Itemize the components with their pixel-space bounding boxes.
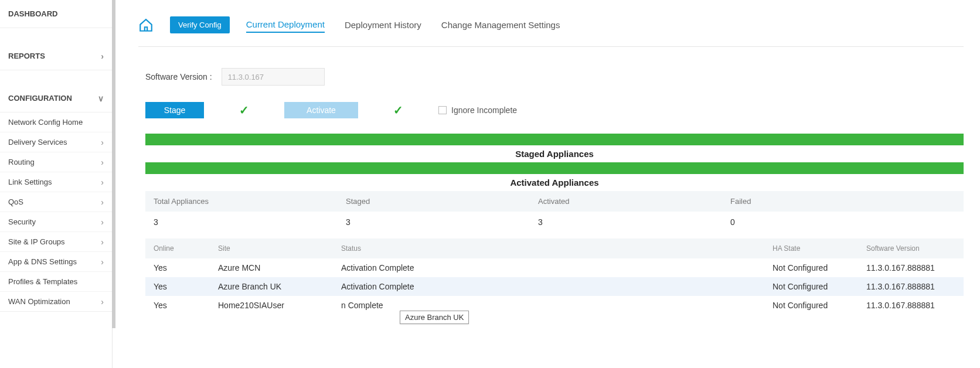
appliance-groups: Staged Appliances Activated Appliances T… [145, 134, 964, 315]
sidebar-item-label: App & DNS Settings [8, 257, 77, 266]
sidebar-item[interactable]: WAN Optimization› [0, 292, 112, 312]
table-cell: Home210SIAUser [210, 296, 333, 315]
sidebar-item-label: Link Settings [8, 178, 52, 186]
staged-progress-bar [145, 134, 964, 145]
ignore-incomplete-label: Ignore Incomplete [451, 105, 517, 115]
sidebar-item-label: Network Config Home [8, 118, 83, 127]
table-cell: Activation Complete [333, 258, 764, 277]
sidebar-heading-label: DASHBOARD [8, 9, 58, 18]
sidebar-item-label: Routing [8, 158, 35, 166]
sidebar-item[interactable]: Network Config Home [0, 113, 112, 132]
table-row[interactable]: YesAzure Branch UKActivation CompleteNot… [145, 277, 964, 296]
sidebar-item-label: Site & IP Groups [8, 237, 65, 246]
activated-appliances-title: Activated Appliances [145, 174, 964, 191]
sidebar-heading-label: REPORTS [8, 52, 45, 60]
sidebar-item-label: Profiles & Templates [8, 277, 77, 286]
software-version-input[interactable] [222, 68, 325, 86]
sidebar-item[interactable]: Profiles & Templates [0, 272, 112, 292]
table-cell: 11.3.0.167.888881 [858, 277, 964, 296]
tooltip: Azure Branch UK [400, 311, 469, 324]
sites-header-row: Online Site Status HA State Software Ver… [145, 238, 964, 258]
summary-value: 3 [338, 212, 530, 233]
table-cell: n Complete [333, 296, 764, 315]
summary-header: Failed [722, 191, 964, 212]
sites-header: Site [210, 238, 333, 258]
chevron-right-icon: › [101, 178, 104, 187]
sidebar-item-label: QoS [8, 197, 23, 206]
software-version-row: Software Version : [145, 68, 964, 86]
sidebar-item[interactable]: Link Settings› [0, 172, 112, 192]
table-row[interactable]: YesHome210SIAUsern CompleteNot Configure… [145, 296, 964, 315]
table-cell: 11.3.0.167.888881 [858, 296, 964, 315]
summary-header-row: Total Appliances Staged Activated Failed [145, 191, 964, 212]
table-cell: Not Configured [764, 277, 858, 296]
activated-progress-bar [145, 162, 964, 174]
chevron-right-icon: › [101, 237, 104, 247]
table-cell: Not Configured [764, 296, 858, 315]
sidebar-item[interactable]: Site & IP Groups› [0, 232, 112, 252]
table-cell: Azure Branch UK [210, 277, 333, 296]
summary-header: Activated [530, 191, 722, 212]
activate-button[interactable]: Activate [284, 102, 358, 118]
sidebar-item[interactable]: Routing› [0, 152, 112, 172]
sidebar-item-label: Delivery Services [8, 138, 67, 146]
sidebar-heading-label: CONFIGURATION [8, 94, 72, 103]
sidebar: DASHBOARD REPORTS › CONFIGURATION ∨ Netw… [0, 0, 113, 368]
action-row: Stage ✓ Activate ✓ Ignore Incomplete [145, 102, 964, 118]
sites-header: Software Version [858, 238, 964, 258]
home-icon[interactable] [138, 18, 154, 33]
summary-value: 3 [145, 212, 338, 233]
table-row[interactable]: YesAzure MCNActivation CompleteNot Confi… [145, 258, 964, 277]
tab-deployment-history[interactable]: Deployment History [345, 20, 421, 30]
chevron-right-icon: › [101, 217, 104, 227]
software-version-label: Software Version : [145, 72, 212, 81]
summary-header: Total Appliances [145, 191, 338, 212]
summary-values-row: 3 3 3 0 [145, 212, 964, 233]
sidebar-item[interactable]: App & DNS Settings› [0, 252, 112, 272]
sidebar-heading-dashboard[interactable]: DASHBOARD [0, 0, 112, 28]
chevron-right-icon: › [101, 158, 104, 167]
summary-value: 3 [530, 212, 722, 233]
stage-button[interactable]: Stage [145, 102, 204, 118]
table-cell: Yes [145, 258, 210, 277]
table-cell: Activation Complete [333, 277, 764, 296]
sidebar-item[interactable]: QoS› [0, 192, 112, 212]
chevron-right-icon: › [101, 297, 104, 306]
chevron-down-icon: ∨ [98, 94, 104, 103]
chevron-right-icon: › [101, 257, 104, 267]
sidebar-heading-configuration[interactable]: CONFIGURATION ∨ [0, 84, 112, 113]
chevron-right-icon: › [101, 197, 104, 207]
tooltip-text: Azure Branch UK [405, 313, 464, 322]
staged-appliances-title: Staged Appliances [145, 145, 964, 162]
ignore-incomplete-checkbox[interactable]: Ignore Incomplete [438, 105, 517, 115]
main: Verify Config Current Deployment Deploym… [113, 0, 980, 368]
tab-current-deployment[interactable]: Current Deployment [246, 19, 325, 33]
sidebar-item[interactable]: Security› [0, 212, 112, 232]
sites-header: HA State [764, 238, 858, 258]
checkbox-icon [438, 106, 447, 114]
table-cell: Azure MCN [210, 258, 333, 277]
top-tabs: Verify Config Current Deployment Deploym… [138, 16, 964, 47]
chevron-right-icon: › [101, 52, 104, 61]
summary-header: Staged [338, 191, 530, 212]
table-cell: Yes [145, 296, 210, 315]
tab-change-management-settings[interactable]: Change Management Settings [441, 20, 560, 30]
sidebar-item[interactable]: Delivery Services› [0, 132, 112, 152]
sidebar-item-label: WAN Optimization [8, 297, 70, 306]
verify-config-button[interactable]: Verify Config [170, 16, 230, 33]
summary-value: 0 [722, 212, 964, 233]
check-icon: ✓ [393, 103, 403, 117]
table-cell: Not Configured [764, 258, 858, 277]
check-icon: ✓ [239, 103, 249, 117]
table-cell: 11.3.0.167.888881 [858, 258, 964, 277]
sidebar-heading-reports[interactable]: REPORTS › [0, 42, 112, 70]
sites-header: Status [333, 238, 764, 258]
chevron-right-icon: › [101, 138, 104, 147]
table-cell: Yes [145, 277, 210, 296]
sidebar-item-label: Security [8, 217, 36, 226]
sites-header: Online [145, 238, 210, 258]
